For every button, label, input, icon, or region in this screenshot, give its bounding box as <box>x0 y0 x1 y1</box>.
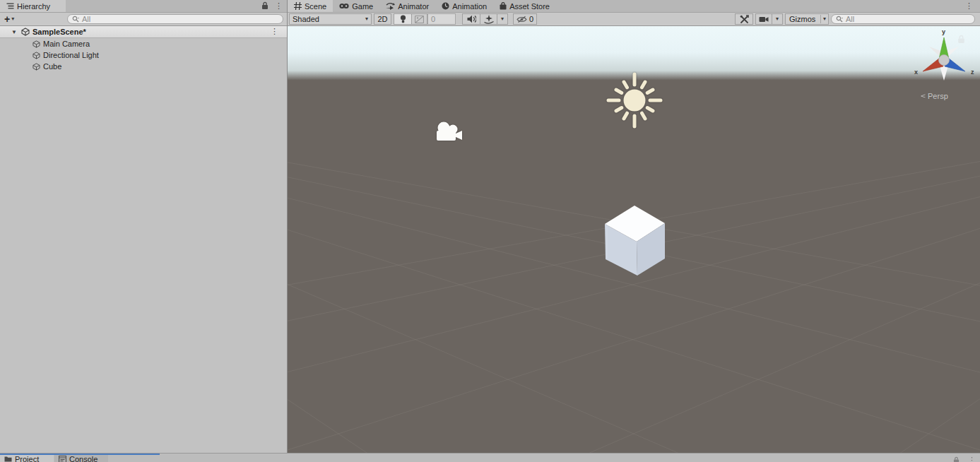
hierarchy-item-cube[interactable]: Cube <box>0 61 287 72</box>
projection-label: Persp <box>928 92 948 100</box>
grid-icon <box>294 2 302 10</box>
hierarchy-list-icon <box>6 3 14 9</box>
scene-lighting-button[interactable] <box>394 13 412 25</box>
effects-button[interactable] <box>480 13 497 25</box>
tools-icon <box>740 15 749 24</box>
light-bulb-icon <box>400 15 406 23</box>
scene-camera-settings-button[interactable] <box>755 13 772 25</box>
scene-tabbar: Scene Game Animator <box>288 0 980 13</box>
scene-header-row[interactable]: ▼ SampleScene* ⋮ <box>0 26 287 38</box>
scene-visibility-button[interactable]: 0 <box>513 13 537 25</box>
item-label: Main Camera <box>43 40 90 48</box>
hierarchy-tabbar: Hierarchy ⋮ <box>0 0 287 13</box>
foldout-arrow-icon[interactable]: ▼ <box>11 29 18 35</box>
scene-panel: Scene Game Animator <box>287 0 980 453</box>
tab-animation[interactable]: Animation <box>435 0 493 12</box>
scene-menu-kebab-icon[interactable]: ⋮ <box>271 28 278 35</box>
axis-y-label: y <box>942 28 945 35</box>
cube-item-icon <box>33 63 40 71</box>
axis-x-label: x <box>914 69 918 76</box>
chevron-left-icon: < <box>921 92 926 100</box>
console-icon <box>59 456 66 462</box>
hierarchy-tab-label: Hierarchy <box>17 2 50 11</box>
directional-light-sun-gizmo[interactable] <box>603 69 666 132</box>
chevron-down-icon: ▾ <box>776 16 779 22</box>
item-label: Cube <box>43 62 61 71</box>
chevron-down-icon: ▾ <box>501 16 504 22</box>
2d-label: 2D <box>377 15 387 23</box>
toggle-2d-button[interactable]: 2D <box>374 13 391 25</box>
scene-search-input[interactable]: All <box>831 14 975 24</box>
exposure-value-field[interactable]: 0 <box>427 13 456 25</box>
hidden-count: 0 <box>529 15 533 23</box>
view-lock-icon[interactable] <box>957 35 965 44</box>
chevron-down-icon: ▾ <box>365 16 368 22</box>
hierarchy-item-directional-light[interactable]: Directional Light <box>0 49 287 61</box>
exposure-value: 0 <box>431 15 435 23</box>
shopping-bag-icon <box>500 2 507 10</box>
hierarchy-menu-kebab-icon[interactable]: ⋮ <box>275 2 283 10</box>
audio-speaker-icon <box>467 15 476 23</box>
cube-item-icon <box>33 40 40 48</box>
hierarchy-search-input[interactable]: All <box>67 14 283 24</box>
chevron-down-icon: ▾ <box>11 16 14 22</box>
tab-label: Animation <box>452 2 487 11</box>
axis-y-cone[interactable] <box>940 37 949 57</box>
unity-editor-window: Hierarchy ⋮ + ▾ All <box>0 0 980 462</box>
bottom-panel-strip: Project Console ⋮ <box>0 453 980 462</box>
chevron-down-icon: ▾ <box>823 16 826 22</box>
component-tools-button[interactable] <box>735 13 753 25</box>
item-label: Directional Light <box>43 51 99 59</box>
animator-icon <box>386 3 395 10</box>
draw-mode-label: Shaded <box>293 15 319 23</box>
scene-viewport[interactable]: y x z < Persp <box>288 26 980 453</box>
axis-negative-cone[interactable] <box>940 66 948 81</box>
tab-animator[interactable]: Animator <box>379 0 435 12</box>
tab-label: Asset Store <box>509 2 550 11</box>
bottom-panel-kebab-icon[interactable]: ⋮ <box>968 456 976 462</box>
tab-hierarchy[interactable]: Hierarchy <box>0 0 66 12</box>
tab-label: Game <box>352 2 373 11</box>
gizmos-dropdown[interactable]: Gizmos ▾ <box>785 13 829 25</box>
projection-mode-toggle[interactable]: < Persp <box>921 91 948 101</box>
hierarchy-search-placeholder: All <box>82 15 90 23</box>
scene-panel-kebab-icon[interactable]: ⋮ <box>965 2 973 10</box>
tab-scene[interactable]: Scene <box>288 0 333 12</box>
scene-search-placeholder: All <box>846 15 854 23</box>
axis-center-sphere[interactable] <box>939 55 950 66</box>
tab-asset-store[interactable]: Asset Store <box>493 0 556 12</box>
camera-dropdown-button[interactable]: ▾ <box>772 13 783 25</box>
draw-mode-dropdown[interactable]: Shaded ▾ <box>289 13 372 25</box>
scene-audio-button[interactable] <box>462 13 480 25</box>
search-icon <box>72 16 80 23</box>
active-tab-indicator <box>0 454 160 455</box>
exposure-button[interactable] <box>412 13 427 25</box>
search-icon <box>836 16 844 23</box>
hierarchy-item-main-camera[interactable]: Main Camera <box>0 38 287 49</box>
tab-label: Project <box>15 455 39 462</box>
create-object-button[interactable]: + ▾ <box>2 15 16 23</box>
hierarchy-panel: Hierarchy ⋮ + ▾ All <box>0 0 287 453</box>
hierarchy-tree: ▼ SampleScene* ⋮ Main Camera <box>0 26 287 453</box>
exposure-image-icon <box>415 16 424 23</box>
effects-dropdown-button[interactable]: ▾ <box>497 13 508 25</box>
scene-name: SampleScene* <box>33 28 86 36</box>
hidden-eye-icon <box>516 16 527 23</box>
gizmos-label: Gizmos <box>789 15 815 23</box>
tab-label: Animator <box>398 2 429 11</box>
camera-gizmo[interactable] <box>431 118 468 148</box>
tab-game[interactable]: Game <box>333 0 379 12</box>
axis-z-label: z <box>971 69 974 76</box>
cube-item-icon <box>33 52 40 59</box>
lock-icon[interactable] <box>261 1 268 10</box>
lock-icon[interactable] <box>953 456 960 462</box>
clock-icon <box>442 2 449 10</box>
hierarchy-toolbar: + ▾ All <box>0 13 287 26</box>
separator <box>820 15 821 23</box>
plus-icon: + <box>4 15 10 23</box>
scene-toolbar: Shaded ▾ 2D <box>288 13 980 26</box>
effects-icon <box>484 15 494 24</box>
tab-label: Scene <box>305 2 326 11</box>
folder-icon <box>4 456 12 462</box>
gamepad-icon <box>339 3 349 9</box>
